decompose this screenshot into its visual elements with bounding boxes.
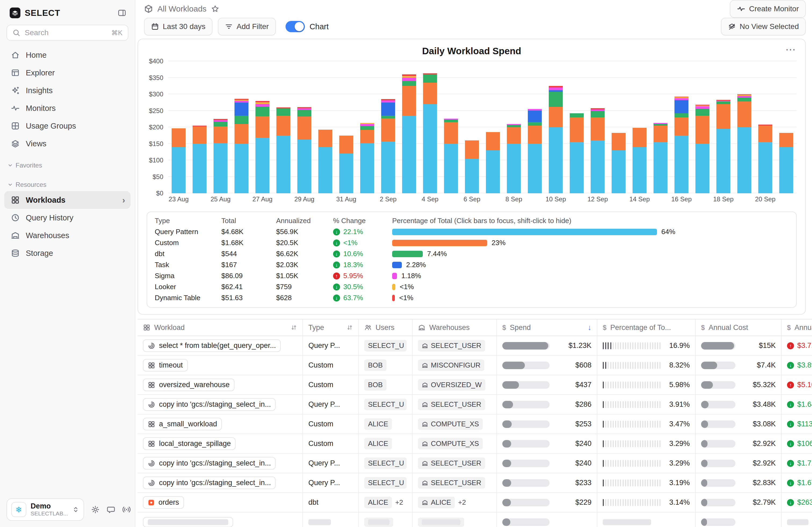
- legend-row-looker[interactable]: Looker$62.41$759↓30.5%<1%: [147, 281, 796, 292]
- bar-segment-dbt[interactable]: [675, 113, 688, 117]
- sidebar-item-insights[interactable]: Insights: [0, 82, 135, 99]
- bar-segment-dbt[interactable]: [402, 81, 416, 86]
- bar-segment-custom[interactable]: [549, 107, 563, 127]
- add-filter-button[interactable]: Add Filter: [218, 18, 276, 35]
- percentage-of-total-bar[interactable]: [392, 284, 395, 290]
- bar-11-sep[interactable]: [566, 61, 587, 193]
- bar-8-sep[interactable]: [503, 61, 524, 193]
- bar-segment-custom[interactable]: [758, 126, 772, 142]
- table-row[interactable]: ordersdbtALICE+2ALICE+2$2293.14%$2.79K↓$…: [137, 493, 812, 512]
- percentage-of-total-bar[interactable]: [392, 295, 395, 301]
- bar-3-sep[interactable]: [398, 61, 420, 193]
- legend-row-dynamic-table[interactable]: Dynamic Table$51.63$628↓63.7%<1%: [147, 292, 796, 303]
- bar-segment-custom[interactable]: [192, 127, 206, 144]
- percentage-of-total-bar[interactable]: [392, 273, 397, 279]
- legend-row-sigma[interactable]: Sigma$86.09$1.05K↑5.95%1.18%: [147, 270, 796, 281]
- workload-chip[interactable]: local_storage_spillage: [143, 437, 235, 450]
- percentage-of-total-bar[interactable]: [392, 240, 487, 246]
- bar-segment-custom[interactable]: [528, 126, 542, 144]
- bar-segment-dbt[interactable]: [570, 113, 584, 117]
- bar-segment-custom[interactable]: [465, 141, 479, 159]
- bar-segment-dbt[interactable]: [276, 108, 290, 116]
- table-row[interactable]: oversized_warehouseCustomBOBOVERSIZED_W$…: [137, 375, 812, 395]
- legend-row-query-pattern[interactable]: Query Pattern$4.68K$56.9K↓22.1%64%: [147, 226, 796, 237]
- bar-19-sep[interactable]: [734, 61, 755, 193]
- table-row[interactable]: copy into 'gcs://staging_select_in...Que…: [137, 454, 812, 473]
- bar-segment-query-pattern[interactable]: [653, 142, 667, 193]
- collapse-sidebar-icon[interactable]: [118, 9, 126, 17]
- bar-segment-custom[interactable]: [402, 86, 416, 116]
- bar-7-sep[interactable]: [482, 61, 503, 193]
- bar-segment-custom[interactable]: [381, 118, 395, 142]
- bar-segment-dbt[interactable]: [528, 122, 542, 126]
- bar-segment-query-pattern[interactable]: [737, 127, 751, 193]
- more-options-icon[interactable]: ⋯: [785, 44, 797, 55]
- bar-4-sep[interactable]: [420, 61, 440, 193]
- table-row[interactable]: copy into 'gcs://staging_select_in...Que…: [137, 473, 812, 493]
- bar-segment-dbt[interactable]: [360, 126, 374, 130]
- sort-icon[interactable]: [347, 324, 353, 331]
- bar-segment-query-pattern[interactable]: [716, 129, 730, 193]
- bar-segment-custom[interactable]: [256, 116, 270, 138]
- bar-segment-query-pattern[interactable]: [633, 147, 647, 193]
- bar-segment-query-pattern[interactable]: [234, 144, 248, 193]
- bar-14-sep[interactable]: [629, 61, 650, 193]
- bar-28-aug[interactable]: [273, 61, 294, 193]
- workload-chip[interactable]: a_small_workload: [143, 418, 222, 430]
- bar-26-aug[interactable]: [231, 61, 252, 193]
- bar-segment-dbt[interactable]: [591, 111, 605, 118]
- bar-segment-custom[interactable]: [276, 116, 290, 135]
- workload-chip[interactable]: timeout: [143, 359, 188, 371]
- bar-segment-sigma[interactable]: [256, 104, 270, 106]
- table-row[interactable]: timeoutCustomBOBMISCONFIGUR$6088.32%$7.4…: [137, 356, 812, 375]
- bar-segment-custom[interactable]: [591, 117, 605, 141]
- bar-segment-sigma[interactable]: [402, 77, 416, 81]
- bar-segment-query-pattern[interactable]: [318, 147, 332, 193]
- bar-segment-query-pattern[interactable]: [465, 159, 479, 193]
- bar-segment-dbt[interactable]: [444, 120, 458, 122]
- bar-27-aug[interactable]: [252, 61, 273, 193]
- bar-segment-query-pattern[interactable]: [423, 104, 437, 193]
- sidebar-item-monitors[interactable]: Monitors: [0, 99, 135, 117]
- bar-segment-custom[interactable]: [339, 135, 353, 154]
- bar-segment-dbt[interactable]: [507, 125, 521, 127]
- bar-segment-task[interactable]: [381, 103, 395, 116]
- bar-segment-query-pattern[interactable]: [360, 143, 374, 193]
- bar-segment-custom[interactable]: [298, 117, 311, 140]
- bar-segment-sigma[interactable]: [675, 98, 688, 100]
- bar-15-sep[interactable]: [650, 61, 671, 193]
- broadcast-signal-icon[interactable]: [122, 505, 131, 514]
- sidebar-item-explorer[interactable]: Explorer: [0, 64, 135, 82]
- legend-row-task[interactable]: Task$167$2.03K↓18.3%2.28%: [147, 259, 796, 270]
- bar-segment-custom[interactable]: [444, 122, 458, 144]
- search-field[interactable]: [25, 28, 107, 37]
- table-row[interactable]: a_small_workloadCustomALICECOMPUTE_XS$25…: [137, 414, 812, 434]
- bar-segment-custom[interactable]: [234, 124, 248, 144]
- bar-segment-query-pattern[interactable]: [192, 144, 206, 193]
- table-row[interactable]: local_storage_spillageCustomALICECOMPUTE…: [137, 434, 812, 454]
- bar-segment-query-pattern[interactable]: [570, 142, 584, 193]
- bar-23-aug[interactable]: [168, 61, 189, 193]
- workload-chip[interactable]: select * from table(get_query_oper...: [143, 339, 281, 352]
- bar-segment-query-pattern[interactable]: [172, 147, 186, 193]
- bar-segment-query-pattern[interactable]: [549, 127, 563, 193]
- bar-1-sep[interactable]: [357, 61, 378, 193]
- bar-29-aug[interactable]: [294, 61, 315, 193]
- bar-segment-dbt[interactable]: [549, 92, 563, 106]
- bar-25-aug[interactable]: [210, 61, 231, 193]
- bar-segment-query-pattern[interactable]: [758, 142, 772, 193]
- bar-18-sep[interactable]: [713, 61, 734, 193]
- legend-row-dbt[interactable]: dbt$544$6.62K↓10.6%7.44%: [147, 248, 796, 259]
- bar-13-sep[interactable]: [608, 61, 629, 193]
- bar-segment-query-pattern[interactable]: [402, 116, 416, 193]
- workload-chip[interactable]: copy into 'gcs://staging_select_in...: [143, 477, 276, 489]
- bar-6-sep[interactable]: [462, 61, 482, 193]
- bar-segment-custom[interactable]: [423, 83, 437, 104]
- legend-row-custom[interactable]: Custom$1.68K$20.5K↓<1%23%: [147, 237, 796, 248]
- bar-segment-query-pattern[interactable]: [486, 150, 500, 193]
- sort-desc-icon[interactable]: ↓: [588, 323, 592, 332]
- bar-2-sep[interactable]: [378, 61, 398, 193]
- bar-segment-query-pattern[interactable]: [675, 135, 688, 193]
- bar-segment-custom[interactable]: [318, 130, 332, 147]
- bar-segment-query-pattern[interactable]: [507, 144, 521, 193]
